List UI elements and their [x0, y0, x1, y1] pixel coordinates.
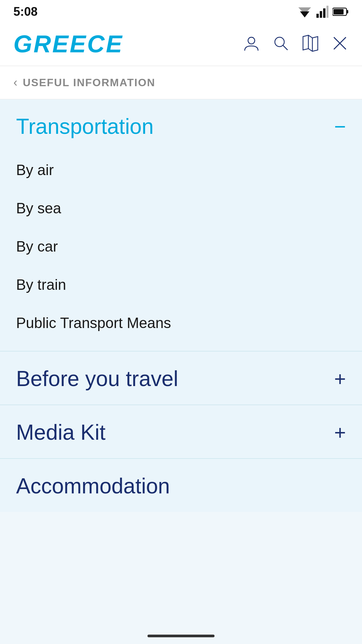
by-car-item[interactable]: By car — [16, 229, 346, 264]
battery-icon — [333, 7, 349, 17]
map-button[interactable] — [302, 35, 319, 53]
svg-rect-3 — [320, 11, 322, 18]
status-icons — [297, 6, 349, 18]
wifi-icon — [297, 6, 312, 17]
before-travel-header[interactable]: Before you travel + — [0, 352, 362, 405]
by-sea-item[interactable]: By sea — [16, 191, 346, 226]
svg-point-10 — [275, 37, 284, 47]
before-travel-title: Before you travel — [16, 366, 178, 391]
accommodation-section: Accommodation — [0, 459, 362, 512]
main-content: Transportation − By air By sea By car By… — [0, 99, 362, 512]
media-kit-section: Media Kit + — [0, 405, 362, 458]
home-indicator — [147, 635, 215, 637]
by-train-item[interactable]: By train — [16, 267, 346, 303]
media-kit-title: Media Kit — [16, 420, 106, 445]
transportation-section: Transportation − By air By sea By car By… — [0, 99, 362, 351]
by-air-item[interactable]: By air — [16, 152, 346, 188]
before-travel-section: Before you travel + — [0, 352, 362, 405]
transportation-header[interactable]: Transportation − — [0, 99, 362, 152]
status-bar: 5:08 — [0, 0, 362, 23]
breadcrumb: ‹ USEFUL INFORMATION — [0, 66, 362, 99]
public-transport-item[interactable]: Public Transport Means — [16, 305, 346, 341]
transportation-items: By air By sea By car By train Public Tra… — [0, 152, 362, 341]
transportation-toggle-icon: − — [334, 115, 346, 138]
svg-rect-2 — [316, 14, 319, 18]
transportation-title: Transportation — [16, 114, 154, 139]
accommodation-title: Accommodation — [16, 474, 170, 498]
svg-marker-12 — [303, 35, 318, 51]
accommodation-header[interactable]: Accommodation — [0, 459, 362, 512]
signal-icon — [316, 6, 328, 18]
before-travel-toggle-icon: + — [334, 367, 346, 390]
status-time: 5:08 — [13, 5, 38, 19]
app-logo: GREECE — [13, 30, 123, 58]
app-header: GREECE — [0, 23, 362, 66]
svg-point-9 — [248, 37, 255, 44]
svg-rect-5 — [326, 6, 328, 18]
header-icons — [243, 35, 349, 53]
svg-rect-8 — [334, 9, 344, 14]
media-kit-toggle-icon: + — [334, 421, 346, 444]
profile-button[interactable] — [243, 35, 260, 53]
svg-rect-7 — [347, 10, 348, 13]
media-kit-header[interactable]: Media Kit + — [0, 405, 362, 458]
breadcrumb-title: USEFUL INFORMATION — [23, 76, 156, 89]
back-button[interactable]: ‹ — [13, 75, 17, 90]
search-button[interactable] — [272, 35, 290, 53]
svg-rect-4 — [323, 8, 325, 18]
svg-line-11 — [283, 45, 288, 50]
svg-marker-1 — [298, 7, 311, 14]
close-button[interactable] — [331, 35, 349, 53]
